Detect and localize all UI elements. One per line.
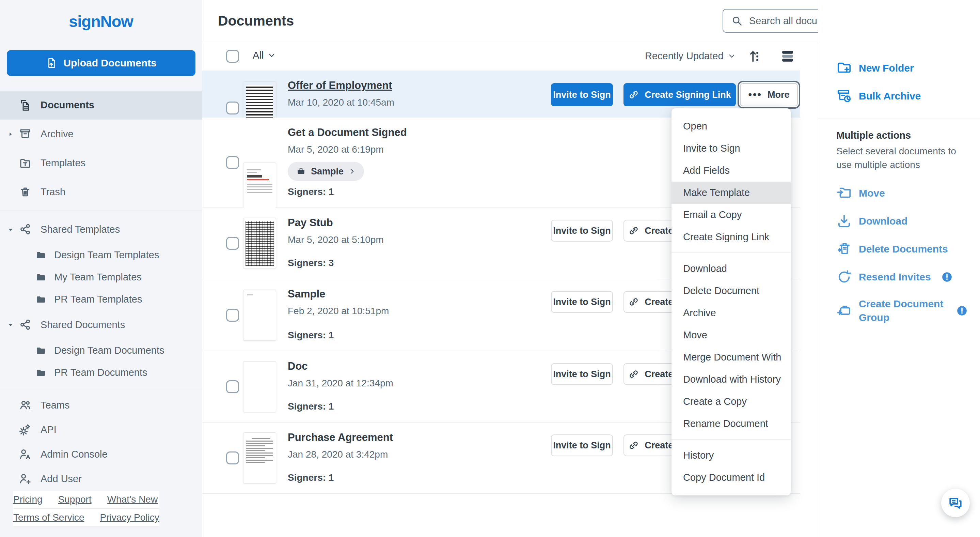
document-thumbnail[interactable]: [243, 290, 276, 341]
new-folder-button[interactable]: New Folder: [836, 61, 980, 76]
document-date: Mar 5, 2020 at 6:19pm: [288, 144, 407, 155]
info-badge-icon[interactable]: [941, 271, 953, 283]
multi-delete-documents-button[interactable]: Delete Documents: [836, 241, 980, 257]
menu-item-copy-document-id[interactable]: Copy Document Id: [671, 467, 791, 489]
invite-to-sign-button[interactable]: Invite to Sign: [551, 363, 613, 385]
menu-item-download-with-history[interactable]: Download with History: [671, 368, 791, 390]
row-checkbox[interactable]: [226, 102, 239, 115]
sidebar-item-trash[interactable]: Trash: [0, 177, 202, 207]
row-checkbox[interactable]: [226, 309, 239, 322]
create-signing-link-button[interactable]: Create Signing Link: [624, 83, 736, 106]
sidebar-item-api[interactable]: API: [0, 417, 202, 442]
invite-to-sign-label: Invite to Sign: [553, 297, 611, 308]
menu-item-create-a-copy[interactable]: Create a Copy: [671, 390, 791, 413]
document-thumbnail[interactable]: [243, 432, 276, 483]
chevron-down-icon: [729, 53, 735, 60]
document-signers: Signers: 3: [288, 258, 384, 269]
sidebar-item-archive[interactable]: Archive: [0, 120, 202, 148]
sidebar-section-shared-documents[interactable]: Shared Documents: [0, 311, 202, 339]
filter-dropdown[interactable]: All: [253, 50, 275, 61]
sidebar-folder-label: PR Team Documents: [54, 367, 147, 378]
support-link[interactable]: Support: [58, 491, 92, 508]
multi-download-button[interactable]: Download: [836, 213, 980, 229]
invite-to-sign-button[interactable]: Invite to Sign: [551, 83, 613, 106]
document-thumbnail[interactable]: [243, 218, 276, 269]
invite-to-sign-label: Invite to Sign: [553, 369, 611, 379]
document-signers: Signers: 1: [288, 330, 389, 341]
multi-resend-invites-button[interactable]: Resend Invites: [836, 269, 980, 285]
menu-item-merge-document-with[interactable]: Merge Document With: [671, 346, 791, 368]
sidebar-section-shared-templates[interactable]: Shared Templates: [0, 215, 202, 244]
menu-item-email-a-copy[interactable]: Email a Copy: [671, 204, 791, 226]
more-actions-button[interactable]: ••• More: [740, 83, 798, 106]
bulk-archive-button[interactable]: Bulk Archive: [836, 89, 980, 104]
menu-item-download[interactable]: Download: [671, 258, 791, 280]
page-title: Documents: [218, 13, 294, 29]
menu-item-make-template[interactable]: Make Template: [671, 182, 791, 204]
info-badge-icon[interactable]: [956, 305, 968, 317]
menu-item-delete-document[interactable]: Delete Document: [671, 280, 791, 302]
invite-to-sign-button[interactable]: Invite to Sign: [551, 435, 613, 456]
row-checkbox[interactable]: [226, 237, 239, 250]
sidebar-folder-pr-team-templates[interactable]: PR Team Templates: [0, 288, 202, 311]
pricing-link[interactable]: Pricing: [13, 491, 43, 508]
sidebar-item-documents[interactable]: Documents: [0, 91, 202, 120]
multiple-actions-title: Multiple actions: [836, 130, 980, 141]
download-icon: [836, 213, 852, 229]
create-signing-link-label: Create Signing Link: [644, 89, 731, 100]
shared-documents-icon: [19, 319, 32, 331]
sidebar-item-teams[interactable]: Teams: [0, 393, 202, 417]
list-view-icon[interactable]: [780, 48, 795, 64]
delete-documents-icon: [836, 241, 852, 257]
sort-direction-icon[interactable]: [747, 48, 763, 64]
shared-templates-icon: [19, 223, 32, 236]
terms-of-service-link[interactable]: Terms of Service: [13, 509, 84, 526]
more-actions-menu: Open Invite to Sign Add Fields Make Temp…: [671, 108, 791, 496]
sidebar-folder-design-team-templates[interactable]: Design Team Templates: [0, 244, 202, 266]
document-title-link[interactable]: Get a Document Signed: [288, 126, 407, 139]
row-checkbox[interactable]: [226, 156, 239, 169]
menu-item-move[interactable]: Move: [671, 324, 791, 346]
document-title-link[interactable]: Purchase Agreement: [288, 431, 393, 444]
document-thumbnail[interactable]: [243, 361, 276, 412]
menu-item-create-signing-link[interactable]: Create Signing Link: [671, 226, 791, 248]
document-title-link[interactable]: Doc: [288, 360, 393, 373]
upload-documents-button[interactable]: Upload Documents: [7, 50, 196, 76]
chat-support-button[interactable]: [941, 489, 970, 517]
sidebar-folder-label: Design Team Documents: [54, 345, 164, 356]
caret-right-icon[interactable]: [8, 131, 14, 137]
templates-icon: [19, 157, 32, 170]
menu-item-archive[interactable]: Archive: [671, 302, 791, 324]
actions-panel: New Folder Bulk Archive Multiple actions…: [818, 0, 980, 537]
multi-create-document-group-button[interactable]: Create Document Group: [836, 297, 980, 324]
document-title-link[interactable]: Sample: [288, 288, 389, 300]
folder-tag[interactable]: Sample: [288, 162, 364, 181]
caret-down-icon[interactable]: [8, 226, 14, 233]
sidebar-folder-pr-team-documents[interactable]: PR Team Documents: [0, 362, 202, 384]
menu-item-add-fields[interactable]: Add Fields: [671, 159, 791, 182]
select-all-checkbox[interactable]: [226, 50, 239, 63]
whats-new-link[interactable]: What's New: [107, 491, 158, 508]
caret-down-icon[interactable]: [8, 322, 14, 328]
multi-move-button[interactable]: Move: [836, 185, 980, 201]
menu-item-open[interactable]: Open: [671, 115, 791, 137]
invite-to-sign-button[interactable]: Invite to Sign: [551, 220, 613, 242]
sidebar-item-admin-console[interactable]: Admin Console: [0, 442, 202, 467]
invite-to-sign-button[interactable]: Invite to Sign: [551, 291, 613, 313]
menu-item-rename-document[interactable]: Rename Document: [671, 413, 791, 435]
document-date: Mar 10, 2020 at 10:45am: [288, 97, 394, 108]
row-checkbox[interactable]: [226, 380, 239, 393]
sidebar-item-templates[interactable]: Templates: [0, 148, 202, 177]
document-title-link[interactable]: Offer of Employment: [288, 80, 394, 92]
menu-item-history[interactable]: History: [671, 444, 791, 467]
privacy-policy-link[interactable]: Privacy Policy: [100, 509, 159, 526]
menu-item-invite-to-sign[interactable]: Invite to Sign: [671, 137, 791, 159]
ellipsis-icon: •••: [748, 91, 762, 98]
sidebar-folder-design-team-documents[interactable]: Design Team Documents: [0, 339, 202, 362]
document-title-link[interactable]: Pay Stub: [288, 217, 384, 229]
sidebar-folder-my-team-templates[interactable]: My Team Templates: [0, 266, 202, 288]
sidebar-item-add-user[interactable]: Add User: [0, 467, 202, 491]
sort-dropdown[interactable]: Recently Updated: [645, 51, 735, 62]
sidebar-section-label: Shared Documents: [41, 319, 125, 330]
row-checkbox[interactable]: [226, 451, 239, 464]
